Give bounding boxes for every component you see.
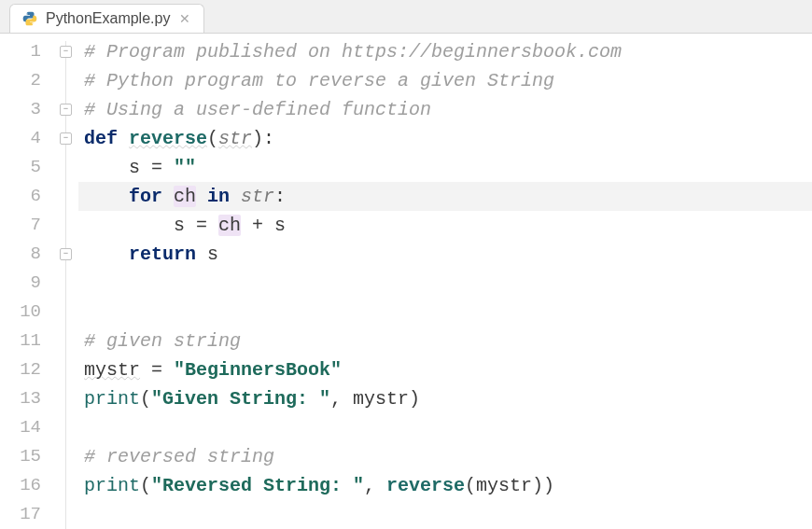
code-token xyxy=(84,244,129,265)
code-token: = xyxy=(140,359,174,381)
fold-open-icon[interactable]: − xyxy=(60,46,72,58)
code-token: str xyxy=(241,186,274,207)
code-token: , xyxy=(364,475,386,496)
close-tab-button[interactable]: ✕ xyxy=(177,11,192,26)
code-token: reverse xyxy=(386,475,465,496)
line-number: 5 xyxy=(0,153,54,182)
line-number: 15 xyxy=(0,442,54,471)
code-token: "Reversed String: " xyxy=(151,475,364,496)
code-line[interactable]: mystr = "BeginnersBook" xyxy=(78,355,812,384)
line-number: 4 xyxy=(0,124,54,153)
line-number: 3 xyxy=(0,95,54,124)
line-number: 12 xyxy=(0,355,54,384)
line-number: 8 xyxy=(0,240,54,269)
code-token: + s xyxy=(241,215,286,236)
code-token xyxy=(196,186,207,207)
code-token: s xyxy=(84,215,196,236)
code-token: ( xyxy=(207,128,218,149)
code-token: s xyxy=(84,157,151,178)
code-token xyxy=(84,186,129,207)
line-number: 7 xyxy=(0,211,54,240)
code-token: in xyxy=(207,186,241,207)
code-line[interactable]: # reversed string xyxy=(78,442,812,471)
code-token: print xyxy=(84,388,140,410)
code-token: str xyxy=(218,128,252,149)
code-line[interactable]: return s xyxy=(78,240,812,269)
code-area[interactable]: # Program published on https://beginners… xyxy=(78,34,812,529)
code-line[interactable]: print("Given String: ", mystr) xyxy=(78,384,812,413)
line-number: 6 xyxy=(0,182,54,211)
line-number: 10 xyxy=(0,298,54,327)
code-line[interactable]: s = "" xyxy=(78,153,812,182)
tab-bar: PythonExample.py ✕ xyxy=(0,0,812,34)
code-token: = xyxy=(151,157,174,178)
line-number: 2 xyxy=(0,66,54,95)
code-token: ): xyxy=(252,128,274,149)
code-token: return xyxy=(129,244,207,265)
code-token: # Program published on https://beginners… xyxy=(84,41,622,63)
code-line[interactable]: # Python program to reverse a given Stri… xyxy=(78,66,812,95)
code-line[interactable]: # Using a user-defined function xyxy=(78,95,812,124)
code-token: # Using a user-defined function xyxy=(84,99,431,120)
code-token: s xyxy=(207,244,218,265)
file-tab[interactable]: PythonExample.py ✕ xyxy=(9,4,204,33)
python-file-icon xyxy=(21,10,38,27)
line-number: 16 xyxy=(0,471,54,500)
file-tab-label: PythonExample.py xyxy=(46,10,170,27)
code-line[interactable]: print("Reversed String: ", reverse(mystr… xyxy=(78,471,812,500)
code-token: "Given String: " xyxy=(151,388,330,410)
code-token: ( xyxy=(140,475,151,496)
code-token: = xyxy=(196,215,218,236)
fold-close-icon[interactable]: − xyxy=(60,248,72,260)
line-number: 17 xyxy=(0,500,54,529)
code-line[interactable]: s = ch + s xyxy=(78,211,812,240)
code-token: (mystr)) xyxy=(465,475,554,496)
code-token: # given string xyxy=(84,330,241,352)
code-line[interactable]: def reverse(str): xyxy=(78,124,812,153)
code-token: ( xyxy=(140,388,151,410)
code-line[interactable]: # given string xyxy=(78,327,812,355)
code-token: mystr xyxy=(84,359,140,381)
line-number: 11 xyxy=(0,327,54,355)
code-token: : xyxy=(274,186,286,207)
code-line[interactable] xyxy=(78,269,812,298)
code-line[interactable]: for ch in str: xyxy=(78,182,812,211)
code-line[interactable] xyxy=(78,298,812,327)
code-token: # reversed string xyxy=(84,446,274,467)
code-token: "" xyxy=(174,157,196,178)
code-token: def xyxy=(84,128,129,149)
fold-open-icon[interactable]: − xyxy=(60,132,72,145)
code-line[interactable] xyxy=(78,413,812,442)
line-number-gutter: 1234567891011121314151617 xyxy=(0,34,54,529)
code-token: "BeginnersBook" xyxy=(174,359,342,381)
line-number: 1 xyxy=(0,37,54,66)
code-token: # Python program to reverse a given Stri… xyxy=(84,70,554,91)
code-line[interactable] xyxy=(78,500,812,529)
code-editor[interactable]: 1234567891011121314151617 −−−− # Program… xyxy=(0,34,812,529)
line-number: 9 xyxy=(0,269,54,298)
fold-close-icon[interactable]: − xyxy=(60,104,72,116)
line-number: 13 xyxy=(0,384,54,413)
code-token: reverse xyxy=(129,128,207,149)
line-number: 14 xyxy=(0,413,54,442)
code-token: for xyxy=(129,186,174,207)
code-token: , mystr) xyxy=(330,388,420,410)
code-line[interactable]: # Program published on https://beginners… xyxy=(78,37,812,66)
code-token: print xyxy=(84,475,140,496)
code-token: ch xyxy=(174,186,196,207)
code-token: ch xyxy=(218,215,241,236)
fold-column: −−−− xyxy=(54,34,78,529)
